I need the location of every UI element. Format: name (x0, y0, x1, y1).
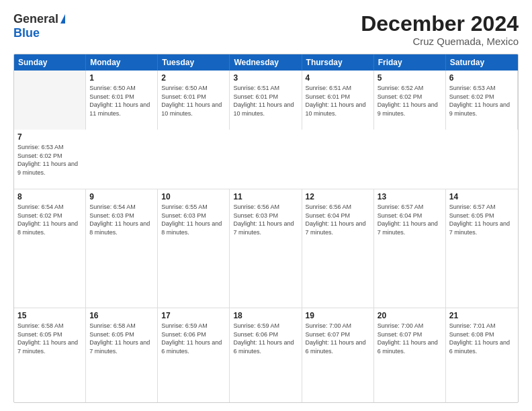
day-info: Sunrise: 6:59 AMSunset: 6:06 PMDaylight:… (161, 322, 226, 355)
cal-cell-4: 4Sunrise: 6:51 AMSunset: 6:01 PMDaylight… (302, 71, 374, 130)
day-info: Sunrise: 6:53 AMSunset: 6:02 PMDaylight:… (17, 143, 83, 177)
cal-cell-6: 6Sunrise: 6:53 AMSunset: 6:02 PMDaylight… (446, 71, 518, 130)
day-of-week-saturday: Saturday (446, 54, 518, 71)
day-number: 2 (161, 73, 226, 83)
day-of-week-sunday: Sunday (14, 54, 86, 71)
day-of-week-wednesday: Wednesday (230, 54, 302, 71)
cal-cell-5: 5Sunrise: 6:52 AMSunset: 6:02 PMDaylight… (374, 71, 446, 130)
page: General Blue December 2024 Cruz Quemada,… (0, 0, 532, 411)
day-number: 13 (378, 192, 442, 201)
day-number: 14 (449, 192, 515, 201)
cal-cell-13: 13Sunrise: 6:57 AMSunset: 6:04 PMDayligh… (374, 189, 446, 308)
header: General Blue December 2024 Cruz Quemada,… (13, 12, 519, 47)
day-number: 16 (89, 311, 154, 320)
day-info: Sunrise: 6:56 AMSunset: 6:04 PMDaylight:… (306, 203, 370, 236)
day-of-week-friday: Friday (374, 54, 446, 71)
day-number: 1 (89, 73, 154, 83)
day-number: 3 (233, 73, 298, 83)
day-info: Sunrise: 6:59 AMSunset: 6:06 PMDaylight:… (233, 322, 298, 355)
day-info: Sunrise: 6:50 AMSunset: 6:01 PMDaylight:… (161, 84, 226, 118)
week-row-2: 15Sunrise: 6:58 AMSunset: 6:05 PMDayligh… (14, 308, 518, 403)
logo-text-blue: Blue (13, 26, 40, 40)
cal-cell-12: 12Sunrise: 6:56 AMSunset: 6:04 PMDayligh… (302, 189, 374, 308)
calendar-title: December 2024 (361, 12, 519, 36)
day-number: 9 (89, 192, 154, 201)
day-info: Sunrise: 6:56 AMSunset: 6:03 PMDaylight:… (233, 203, 298, 236)
day-number: 7 (17, 132, 83, 142)
day-number: 19 (306, 311, 370, 320)
day-info: Sunrise: 6:51 AMSunset: 6:01 PMDaylight:… (306, 84, 370, 118)
day-number: 11 (233, 192, 298, 201)
day-number: 6 (449, 73, 514, 83)
day-number: 4 (306, 73, 370, 83)
day-number: 21 (449, 311, 515, 320)
cal-cell-empty (14, 71, 86, 130)
logo: General Blue (13, 12, 65, 40)
calendar-subtitle: Cruz Quemada, Mexico (361, 36, 519, 47)
week-row-0: 1Sunrise: 6:50 AMSunset: 6:01 PMDaylight… (14, 71, 518, 189)
cal-cell-20: 20Sunrise: 7:00 AMSunset: 6:07 PMDayligh… (374, 308, 446, 403)
cal-cell-11: 11Sunrise: 6:56 AMSunset: 6:03 PMDayligh… (230, 189, 302, 308)
calendar: SundayMondayTuesdayWednesdayThursdayFrid… (13, 54, 519, 403)
day-of-week-thursday: Thursday (302, 54, 374, 71)
day-info: Sunrise: 6:53 AMSunset: 6:02 PMDaylight:… (449, 84, 514, 118)
day-info: Sunrise: 7:00 AMSunset: 6:07 PMDaylight:… (378, 322, 442, 355)
day-info: Sunrise: 6:51 AMSunset: 6:01 PMDaylight:… (233, 84, 298, 118)
day-info: Sunrise: 6:57 AMSunset: 6:04 PMDaylight:… (378, 203, 442, 236)
title-block: December 2024 Cruz Quemada, Mexico (361, 12, 519, 47)
day-of-week-tuesday: Tuesday (158, 54, 230, 71)
day-of-week-monday: Monday (86, 54, 158, 71)
cal-cell-9: 9Sunrise: 6:54 AMSunset: 6:03 PMDaylight… (86, 189, 158, 308)
day-info: Sunrise: 7:00 AMSunset: 6:07 PMDaylight:… (306, 322, 370, 355)
cal-cell-14: 14Sunrise: 6:57 AMSunset: 6:05 PMDayligh… (446, 189, 518, 308)
day-info: Sunrise: 6:52 AMSunset: 6:02 PMDaylight:… (378, 84, 442, 118)
day-info: Sunrise: 6:55 AMSunset: 6:03 PMDaylight:… (161, 203, 226, 236)
cal-cell-16: 16Sunrise: 6:58 AMSunset: 6:05 PMDayligh… (86, 308, 158, 403)
cal-cell-19: 19Sunrise: 7:00 AMSunset: 6:07 PMDayligh… (302, 308, 374, 403)
cal-cell-10: 10Sunrise: 6:55 AMSunset: 6:03 PMDayligh… (158, 189, 230, 308)
cal-cell-15: 15Sunrise: 6:58 AMSunset: 6:05 PMDayligh… (14, 308, 86, 403)
day-info: Sunrise: 6:54 AMSunset: 6:02 PMDaylight:… (17, 203, 82, 236)
day-number: 15 (17, 311, 82, 320)
cal-cell-8: 8Sunrise: 6:54 AMSunset: 6:02 PMDaylight… (14, 189, 86, 308)
calendar-header: SundayMondayTuesdayWednesdayThursdayFrid… (14, 54, 518, 71)
week-row-1: 8Sunrise: 6:54 AMSunset: 6:02 PMDaylight… (14, 189, 518, 308)
day-info: Sunrise: 6:54 AMSunset: 6:03 PMDaylight:… (89, 203, 154, 236)
day-number: 5 (378, 73, 442, 83)
day-number: 8 (17, 192, 82, 201)
cal-cell-17: 17Sunrise: 6:59 AMSunset: 6:06 PMDayligh… (158, 308, 230, 403)
day-info: Sunrise: 6:58 AMSunset: 6:05 PMDaylight:… (89, 322, 154, 355)
day-number: 20 (378, 311, 442, 320)
cal-cell-1: 1Sunrise: 6:50 AMSunset: 6:01 PMDaylight… (86, 71, 158, 130)
day-info: Sunrise: 6:57 AMSunset: 6:05 PMDaylight:… (449, 203, 515, 236)
logo-arrow-icon (60, 14, 65, 24)
cal-cell-21: 21Sunrise: 7:01 AMSunset: 6:08 PMDayligh… (446, 308, 518, 403)
day-info: Sunrise: 6:58 AMSunset: 6:05 PMDaylight:… (17, 322, 82, 355)
day-info: Sunrise: 7:01 AMSunset: 6:08 PMDaylight:… (449, 322, 515, 355)
day-number: 18 (233, 311, 298, 320)
cal-cell-2: 2Sunrise: 6:50 AMSunset: 6:01 PMDaylight… (158, 71, 230, 130)
day-number: 12 (306, 192, 370, 201)
day-number: 17 (161, 311, 226, 320)
cal-cell-18: 18Sunrise: 6:59 AMSunset: 6:06 PMDayligh… (230, 308, 302, 403)
day-info: Sunrise: 6:50 AMSunset: 6:01 PMDaylight:… (89, 84, 154, 118)
calendar-body: 1Sunrise: 6:50 AMSunset: 6:01 PMDaylight… (14, 71, 518, 403)
cal-cell-7: 7Sunrise: 6:53 AMSunset: 6:02 PMDaylight… (14, 130, 86, 189)
day-number: 10 (161, 192, 226, 201)
logo-text-general: General (13, 12, 58, 26)
cal-cell-3: 3Sunrise: 6:51 AMSunset: 6:01 PMDaylight… (230, 71, 302, 130)
